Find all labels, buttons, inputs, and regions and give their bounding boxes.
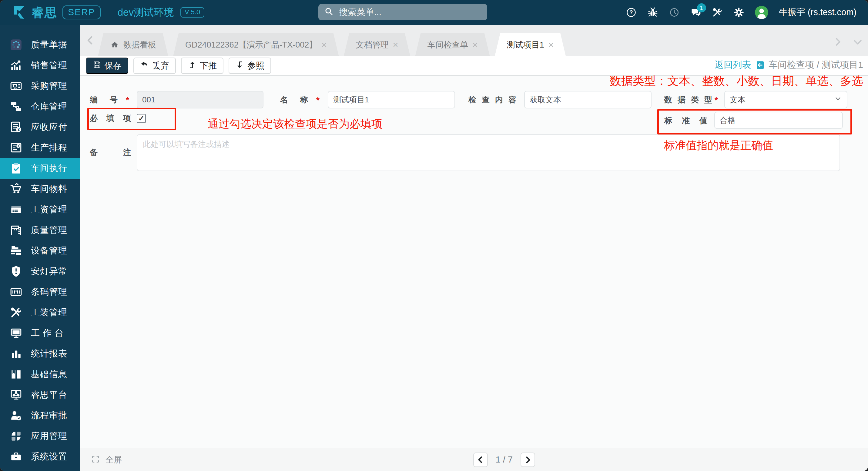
menu-search[interactable]	[318, 4, 487, 20]
save-button[interactable]: 保存	[86, 58, 128, 74]
sidebar-item-quality-docs[interactable]: 质量单据	[0, 35, 80, 55]
settings-gear-icon[interactable]	[734, 7, 744, 18]
sidebar-item-platform-screen[interactable]: 睿思平台	[0, 385, 80, 405]
andon-shield-icon	[9, 264, 23, 278]
tab-close-icon[interactable]: ×	[472, 40, 478, 49]
sidebar-item-label: 安灯异常	[31, 265, 67, 277]
fullscreen-button[interactable]: 全屏	[91, 448, 122, 471]
tab-label: 车间检查单	[427, 39, 468, 50]
tabs-scroll-right-icon[interactable]	[833, 37, 842, 47]
required-field-checkbox[interactable]	[137, 114, 146, 123]
barcode-card-icon	[9, 285, 23, 299]
sidebar-item-tooling-wrench[interactable]: 工装管理	[0, 302, 80, 323]
user-avatar[interactable]	[755, 6, 768, 19]
required-field-label: 必填项	[90, 110, 131, 126]
sales-chart-icon	[9, 59, 23, 72]
user-name[interactable]: 牛振宇 (rs.test.com)	[779, 6, 857, 19]
page-indicator: 1 / 7	[492, 455, 516, 465]
sidebar-item-label: 工资管理	[31, 204, 67, 216]
sidebar-item-label: 采购管理	[31, 80, 67, 92]
standard-value-input[interactable]	[714, 112, 843, 129]
messages-icon[interactable]: 1	[690, 7, 701, 18]
equipment-machine-icon	[9, 244, 23, 258]
tooling-wrench-icon	[9, 306, 23, 319]
back-to-list-link[interactable]: 返回列表	[715, 59, 751, 71]
tab-label: GD240122362【演示产品-TX-002】	[185, 39, 317, 50]
history-clock-icon[interactable]	[669, 7, 680, 18]
sidebar-item-sales-chart[interactable]: 销售管理	[0, 55, 80, 76]
sidebar-item-andon-shield[interactable]: 安灯异常	[0, 261, 80, 282]
tab-close-icon[interactable]: ×	[549, 40, 554, 49]
content-input[interactable]	[524, 91, 652, 108]
version-badge: V 5.0	[180, 7, 204, 18]
logo-area: 睿思 SERP dev测试环境 V 5.0	[13, 0, 204, 25]
tab-2[interactable]: 文档管理×	[344, 33, 410, 56]
name-required-star: *	[316, 92, 319, 109]
help-icon[interactable]: ?	[626, 7, 637, 18]
sidebar-item-label: 销售管理	[31, 59, 67, 71]
material-cart-icon	[9, 182, 23, 196]
sidebar-item-material-cart[interactable]: 车间物料	[0, 179, 80, 199]
prev-page-button[interactable]	[473, 452, 488, 467]
app-window: 睿思 SERP dev测试环境 V 5.0 ? 1 牛振宇 (rs.test.c…	[0, 0, 868, 471]
tab-close-icon[interactable]: ×	[321, 40, 327, 49]
sidebar-item-basicinfo-books[interactable]: 基础信息	[0, 364, 80, 385]
tab-label: 文档管理	[356, 39, 389, 50]
search-input[interactable]	[338, 7, 484, 18]
sidebar-item-label: 睿思平台	[31, 389, 67, 401]
sidebar-item-stats-bars[interactable]: 统计报表	[0, 343, 80, 364]
sidebar-item-quality-caliper[interactable]: 质量管理	[0, 220, 80, 240]
tab-4[interactable]: 测试项目1×	[495, 33, 566, 56]
purchase-card-icon	[9, 79, 23, 93]
sidebar-item-label: 设备管理	[31, 245, 67, 257]
sidebar-item-schedule-doc[interactable]: 生产排程	[0, 137, 80, 158]
basicinfo-books-icon	[9, 367, 23, 381]
code-input[interactable]	[137, 91, 264, 108]
sidebar-item-label: 应用管理	[31, 430, 67, 442]
sidebar-item-workbench-monitor[interactable]: 工 作 台	[0, 323, 80, 343]
data-type-value: 文本	[730, 95, 745, 105]
sidebar-item-warehouse-flow[interactable]: 仓库管理	[0, 96, 80, 117]
data-type-select[interactable]: 文本	[724, 91, 847, 108]
sidebar-item-label: 条码管理	[31, 286, 67, 298]
tab-label: 测试项目1	[507, 39, 544, 50]
app-logo-icon	[13, 5, 27, 20]
tab-close-icon[interactable]: ×	[393, 40, 398, 49]
sidebar-item-label: 工 作 台	[31, 327, 64, 339]
bug-report-icon[interactable]	[647, 7, 658, 18]
tabs-scroll-left-icon[interactable]	[85, 35, 95, 45]
sidebar-item-clipboard-check[interactable]: 车间执行	[0, 158, 80, 179]
logo-text: 睿思	[32, 4, 58, 21]
sidebar-item-apps-pinwheel[interactable]: 应用管理	[0, 426, 80, 446]
tab-label: 数据看板	[123, 39, 156, 50]
next-page-button[interactable]	[521, 452, 535, 467]
logo-serp-badge: SERP	[62, 5, 101, 20]
sidebar-item-system-case[interactable]: 系统设置	[0, 446, 80, 467]
sidebar-item-approval-stamp[interactable]: 流程审批	[0, 405, 80, 426]
sidebar-item-barcode-card[interactable]: 条码管理	[0, 282, 80, 302]
system-case-icon	[9, 450, 23, 464]
back-arrow-icon[interactable]	[754, 60, 765, 70]
save-floppy-icon	[92, 60, 101, 71]
sidebar-item-equipment-machine[interactable]: 设备管理	[0, 240, 80, 261]
tab-1[interactable]: GD240122362【演示产品-TX-002】×	[173, 33, 339, 56]
sidebar-item-payroll-card[interactable]: 工资管理	[0, 199, 80, 220]
tabs-dropdown-icon[interactable]	[853, 37, 863, 47]
workbench-monitor-icon	[9, 326, 23, 340]
tab-0[interactable]: 数据看板	[98, 33, 168, 56]
discard-button[interactable]: 丢弃	[133, 58, 176, 74]
sidebar-item-receivable-yen[interactable]: ¥应收应付	[0, 117, 80, 137]
push-down-button[interactable]: 下推	[181, 58, 223, 74]
header-actions: ? 1 牛振宇 (rs.test.com)	[626, 0, 857, 25]
pagination: 1 / 7	[473, 448, 535, 471]
sidebar-item-label: 质量管理	[31, 224, 67, 236]
toolbar-buttons: 保存 丢弃 下推 参照	[86, 58, 271, 74]
name-input[interactable]	[328, 91, 455, 108]
sidebar-item-purchase-card[interactable]: 采购管理	[0, 76, 80, 96]
breadcrumb-path: 车间检查项 / 测试项目1	[769, 59, 863, 71]
environment-label: dev测试环境	[118, 6, 174, 20]
tab-3[interactable]: 车间检查单×	[415, 33, 490, 56]
tools-icon[interactable]	[712, 7, 723, 18]
reference-button[interactable]: 参照	[228, 58, 271, 74]
payroll-card-icon	[9, 203, 23, 216]
